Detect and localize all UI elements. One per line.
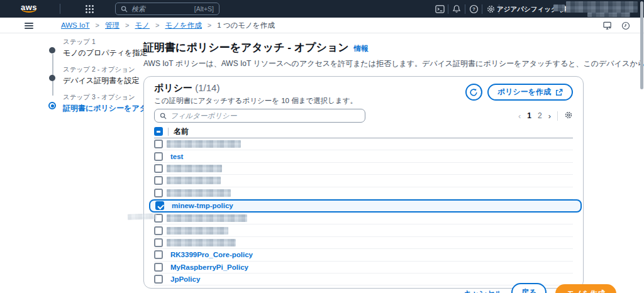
redacted-policy-name	[167, 239, 236, 246]
redacted-account-name[interactable]	[566, 1, 638, 13]
table-row[interactable]: MyRaspberryPi_Policy	[154, 262, 573, 274]
policy-name-link[interactable]: JpPolicy	[170, 275, 200, 283]
table-header: 名前	[154, 125, 573, 138]
breadcrumb-current: 1 つのモノを作成	[217, 21, 274, 30]
panel-subtitle: この証明書にアタッチするポリシーを 10 個まで選択します。	[154, 96, 357, 106]
row-checkbox[interactable]	[154, 250, 163, 259]
wizard-step[interactable]: ステップ 1モノのプロパティを指定	[49, 38, 150, 58]
table-row[interactable]	[154, 138, 573, 150]
redacted-policy-name	[167, 227, 228, 235]
policy-name-link[interactable]: test	[170, 153, 183, 160]
panel-counter: (1/14)	[195, 82, 219, 93]
search-shortcut: [Alt+S]	[194, 5, 214, 13]
policy-name-link[interactable]: minew-tmp-policy	[172, 202, 233, 209]
breadcrumb-separator: >	[96, 21, 99, 29]
redacted-policy-name	[167, 214, 247, 222]
breadcrumb: AWS IoT>管理>モノ>モノを作成>1 つのモノを作成	[61, 21, 275, 30]
wizard-step[interactable]: ステップ 2 - オプションデバイス証明書を設定	[49, 65, 150, 86]
row-checkbox[interactable]	[154, 275, 163, 284]
redacted-policy-name	[167, 165, 222, 172]
external-link-icon	[555, 89, 563, 96]
breadcrumb-link[interactable]: モノを作成	[165, 21, 201, 30]
history-clock-icon[interactable]	[621, 21, 630, 33]
policy-name-link[interactable]: MyRaspberryPi_Policy	[170, 263, 248, 271]
table-row[interactable]	[154, 213, 573, 224]
step-label: ステップ 3 - オプション	[63, 93, 150, 102]
row-checkbox[interactable]	[154, 263, 163, 272]
column-divider	[168, 128, 169, 136]
page-title: 証明書にポリシーをアタッチ - オプション情報	[143, 40, 584, 55]
pagination-prev[interactable]: ‹	[518, 111, 521, 121]
cancel-link[interactable]: キャンセル	[464, 289, 502, 293]
row-checkbox[interactable]	[154, 176, 163, 185]
breadcrumb-separator: >	[155, 21, 159, 29]
aws-logo[interactable]: aws	[21, 3, 37, 12]
select-all-checkbox[interactable]	[154, 127, 163, 136]
table-row[interactable]: RK3399Pro_Core-policy	[154, 249, 573, 261]
filter-policies-input[interactable]: フィルターポリシー	[154, 109, 365, 123]
vertical-scrollbar[interactable]	[640, 1, 643, 89]
services-grid-icon[interactable]	[85, 4, 94, 13]
hamburger-menu-icon[interactable]	[25, 23, 33, 29]
row-checkbox[interactable]	[154, 164, 163, 173]
table-row[interactable]	[154, 187, 573, 199]
breadcrumb-link[interactable]: 管理	[105, 21, 119, 30]
breadcrumb-link[interactable]: モノ	[135, 21, 150, 30]
help-icon[interactable]: ?	[465, 0, 482, 18]
table-row[interactable]	[154, 175, 573, 187]
cloudshell-icon[interactable]	[431, 0, 448, 18]
panel-title: ポリシー	[154, 82, 192, 93]
pagination-next[interactable]: ›	[548, 111, 551, 121]
policy-name-link[interactable]: RK3399Pro_Core-policy	[170, 251, 253, 258]
create-thing-button[interactable]: モノを作成	[555, 284, 616, 293]
step-title: モノのプロパティを指定	[63, 48, 150, 58]
region-selector[interactable]: アジアパシフィック (東京)	[497, 5, 577, 14]
table-row[interactable]	[154, 224, 573, 236]
notifications-bell-icon[interactable]	[448, 0, 465, 18]
pagination-page-1[interactable]: 1	[527, 111, 531, 120]
refresh-button[interactable]	[465, 84, 482, 101]
create-policy-button[interactable]: ポリシーを作成	[487, 84, 573, 101]
table-row[interactable]	[154, 163, 573, 175]
table-row[interactable]	[154, 237, 573, 249]
redacted-policy-name	[167, 189, 231, 197]
visited-step-bullet-icon	[49, 75, 55, 81]
pagination-divider	[557, 111, 558, 121]
pagination: ‹ 12 ›	[518, 111, 573, 121]
top-navigation-bar: aws 検索 [Alt+S] ? アジアパシフィック (東京)	[0, 0, 644, 18]
breadcrumb-separator: >	[208, 21, 211, 29]
row-checkbox[interactable]	[154, 238, 163, 247]
visited-step-bullet-icon	[49, 47, 55, 53]
row-checkbox[interactable]	[155, 201, 164, 210]
redacted-policy-name	[167, 177, 221, 184]
info-link[interactable]: 情報	[354, 45, 369, 52]
page-description: AWS IoT ポリシーは、AWS IoT リソースへのアクセスを許可または拒否…	[143, 58, 584, 69]
wizard-footer-actions: キャンセル 戻る モノを作成	[464, 283, 616, 293]
row-checkbox[interactable]	[154, 152, 163, 161]
global-search-input[interactable]: 検索 [Alt+S]	[115, 3, 219, 15]
active-step-bullet-icon	[48, 102, 56, 109]
table-row[interactable]: minew-tmp-policy	[149, 199, 582, 213]
step-title: デバイス証明書を設定	[63, 75, 150, 86]
wizard-steps-nav: ステップ 1モノのプロパティを指定ステップ 2 - オプションデバイス証明書を設…	[49, 38, 150, 121]
breadcrumb-bar: AWS IoT>管理>モノ>モノを作成>1 つのモノを作成	[0, 18, 644, 33]
table-preferences-gear-icon[interactable]	[564, 111, 573, 121]
table-row[interactable]: test	[154, 150, 573, 162]
redacted-policy-name	[167, 140, 241, 148]
row-checkbox[interactable]	[154, 140, 163, 148]
breadcrumb-link[interactable]: AWS IoT	[61, 21, 90, 29]
wizard-step[interactable]: ステップ 3 - オプション証明書にポリシーをアタッチ	[49, 93, 150, 114]
redaction-artifact	[128, 213, 157, 220]
row-checkbox[interactable]	[154, 189, 163, 197]
row-checkbox[interactable]	[154, 226, 163, 235]
svg-text:?: ?	[472, 6, 475, 12]
search-icon	[160, 113, 167, 119]
pagination-page-2[interactable]: 2	[538, 111, 542, 120]
nav-divider	[60, 4, 60, 14]
step-label: ステップ 2 - オプション	[63, 65, 150, 74]
feedback-monitor-icon[interactable]	[603, 21, 613, 33]
redacted-region-detail	[553, 4, 565, 11]
back-button[interactable]: 戻る	[511, 283, 547, 293]
step-label: ステップ 1	[63, 38, 150, 47]
refresh-icon	[469, 88, 478, 97]
